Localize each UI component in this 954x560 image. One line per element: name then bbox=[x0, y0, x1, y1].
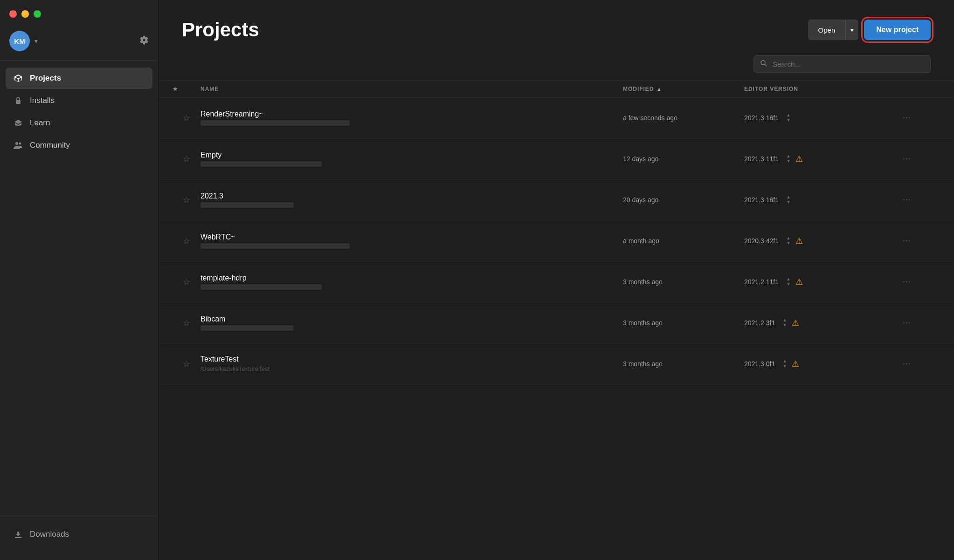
arrow-down-icon: ▼ bbox=[786, 159, 791, 164]
table-row[interactable]: ☆ TextureTest /Users/kazuki/TextureTest … bbox=[159, 343, 954, 384]
sidebar-item-installs[interactable]: Installs bbox=[6, 90, 152, 111]
project-name: Empty bbox=[200, 151, 623, 159]
modified-cell: 12 days ago bbox=[623, 155, 744, 163]
version-arrows[interactable]: ▲ ▼ bbox=[782, 318, 787, 328]
more-button[interactable]: ··· bbox=[903, 318, 911, 328]
search-icon bbox=[760, 60, 767, 69]
sidebar-item-downloads[interactable]: Downloads bbox=[6, 523, 152, 546]
table-row[interactable]: ☆ 2021.3 20 days ago 2021.3.16f1 ▲ ▼ ··· bbox=[159, 179, 954, 220]
version-cell: 2020.3.42f1 ▲ ▼ ⚠ bbox=[744, 236, 875, 246]
arrow-up-icon: ▲ bbox=[786, 236, 791, 240]
search-input[interactable] bbox=[754, 55, 931, 73]
arrow-up-icon: ▲ bbox=[782, 318, 787, 322]
version-text: 2021.3.11f1 bbox=[744, 155, 779, 163]
warning-icon: ⚠ bbox=[795, 236, 803, 246]
settings-button[interactable] bbox=[139, 35, 149, 47]
table-row[interactable]: ☆ Empty 12 days ago 2021.3.11f1 ▲ ▼ ⚠ ··… bbox=[159, 138, 954, 179]
project-path bbox=[200, 243, 350, 249]
version-arrows[interactable]: ▲ ▼ bbox=[782, 359, 787, 369]
project-path: /Users/kazuki/TextureTest bbox=[200, 365, 350, 372]
project-name-cell: template-hdrp bbox=[200, 266, 623, 297]
project-name: TextureTest bbox=[200, 355, 623, 363]
version-text: 2021.3.16f1 bbox=[744, 114, 779, 122]
user-row: KM ▾ bbox=[0, 26, 158, 61]
svg-line-4 bbox=[765, 64, 767, 66]
version-arrows[interactable]: ▲ ▼ bbox=[786, 277, 791, 287]
project-name-cell: Bibcam bbox=[200, 307, 623, 338]
more-button[interactable]: ··· bbox=[903, 359, 911, 369]
version-cell: 2021.3.0f1 ▲ ▼ ⚠ bbox=[744, 359, 875, 369]
open-dropdown-arrow: ▾ bbox=[850, 27, 854, 34]
version-arrows[interactable]: ▲ ▼ bbox=[786, 154, 791, 164]
version-text: 2020.3.42f1 bbox=[744, 237, 779, 245]
arrow-down-icon: ▼ bbox=[786, 282, 791, 287]
star-icon[interactable]: ☆ bbox=[183, 113, 190, 123]
table-row[interactable]: ☆ RenderStreaming~ a few seconds ago 202… bbox=[159, 97, 954, 138]
maximize-button[interactable] bbox=[34, 10, 41, 18]
star-cell: ☆ bbox=[173, 236, 200, 246]
th-version[interactable]: EDITOR VERSION bbox=[744, 86, 875, 92]
star-icon[interactable]: ☆ bbox=[183, 277, 190, 287]
project-name: 2021.3 bbox=[200, 192, 623, 200]
sidebar-downloads-label: Downloads bbox=[30, 530, 69, 539]
th-star: ★ bbox=[173, 86, 200, 92]
arrow-up-icon: ▲ bbox=[786, 154, 791, 158]
warning-icon: ⚠ bbox=[792, 318, 799, 328]
main-content: Projects Open ▾ New project ★ bbox=[159, 0, 954, 560]
more-cell: ··· bbox=[903, 195, 931, 205]
project-name-cell: TextureTest /Users/kazuki/TextureTest bbox=[200, 348, 623, 380]
svg-point-2 bbox=[19, 143, 21, 145]
sidebar-item-learn[interactable]: Learn bbox=[6, 112, 152, 134]
star-cell: ☆ bbox=[173, 154, 200, 164]
star-icon[interactable]: ☆ bbox=[183, 359, 190, 369]
table-row[interactable]: ☆ template-hdrp 3 months ago 2021.2.11f1… bbox=[159, 261, 954, 302]
minimize-button[interactable] bbox=[21, 10, 29, 18]
project-path bbox=[200, 161, 322, 167]
star-icon[interactable]: ☆ bbox=[183, 236, 190, 246]
version-text: 2021.2.3f1 bbox=[744, 319, 775, 327]
version-text: 2021.3.0f1 bbox=[744, 360, 775, 368]
lock-icon bbox=[13, 96, 23, 106]
star-icon[interactable]: ☆ bbox=[183, 195, 190, 205]
star-cell: ☆ bbox=[173, 113, 200, 123]
modified-cell: a month ago bbox=[623, 237, 744, 245]
th-name[interactable]: NAME bbox=[200, 86, 623, 92]
more-button[interactable]: ··· bbox=[903, 154, 911, 164]
open-button[interactable]: Open bbox=[808, 20, 846, 40]
new-project-button[interactable]: New project bbox=[864, 20, 931, 40]
project-name: RenderStreaming~ bbox=[200, 110, 623, 118]
version-arrows[interactable]: ▲ ▼ bbox=[786, 195, 791, 205]
th-actions1 bbox=[875, 86, 903, 92]
modified-cell: 3 months ago bbox=[623, 360, 744, 368]
warning-icon: ⚠ bbox=[795, 154, 803, 164]
more-button[interactable]: ··· bbox=[903, 195, 911, 205]
more-button[interactable]: ··· bbox=[903, 277, 911, 287]
project-path bbox=[200, 325, 294, 331]
arrow-down-icon: ▼ bbox=[782, 323, 787, 328]
open-dropdown-button[interactable]: ▾ bbox=[845, 20, 858, 40]
sort-arrow-icon: ▲ bbox=[657, 86, 662, 92]
sidebar-bottom: Downloads bbox=[0, 515, 158, 560]
modified-cell: 20 days ago bbox=[623, 196, 744, 204]
close-button[interactable] bbox=[9, 10, 17, 18]
more-button[interactable]: ··· bbox=[903, 113, 911, 123]
warning-icon: ⚠ bbox=[792, 359, 799, 369]
star-cell: ☆ bbox=[173, 359, 200, 369]
table-row[interactable]: ☆ WebRTC~ a month ago 2020.3.42f1 ▲ ▼ ⚠ … bbox=[159, 220, 954, 261]
search-bar-row bbox=[159, 55, 954, 81]
avatar[interactable]: KM bbox=[9, 31, 30, 51]
arrow-up-icon: ▲ bbox=[786, 113, 791, 117]
star-icon[interactable]: ☆ bbox=[183, 318, 190, 328]
project-name-cell: RenderStreaming~ bbox=[200, 102, 623, 133]
more-button[interactable]: ··· bbox=[903, 236, 911, 246]
version-arrows[interactable]: ▲ ▼ bbox=[786, 236, 791, 246]
th-modified[interactable]: MODIFIED ▲ bbox=[623, 86, 744, 92]
table-row[interactable]: ☆ Bibcam 3 months ago 2021.2.3f1 ▲ ▼ ⚠ ·… bbox=[159, 302, 954, 343]
sidebar: KM ▾ Projects bbox=[0, 0, 159, 560]
cube-icon bbox=[13, 73, 23, 83]
version-arrows[interactable]: ▲ ▼ bbox=[786, 113, 791, 123]
star-icon[interactable]: ☆ bbox=[183, 154, 190, 164]
sidebar-item-projects[interactable]: Projects bbox=[6, 68, 152, 89]
user-chevron-icon[interactable]: ▾ bbox=[35, 37, 38, 45]
sidebar-item-community[interactable]: Community bbox=[6, 135, 152, 156]
